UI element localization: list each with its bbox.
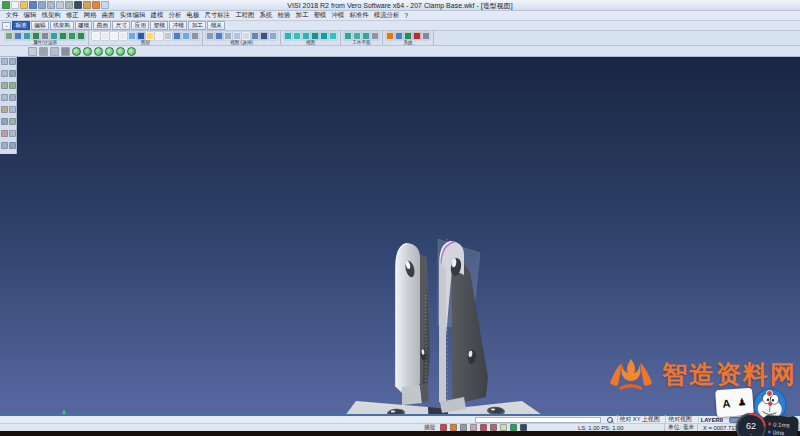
mirror-tool-icon[interactable] bbox=[9, 118, 16, 125]
toolbar-tab[interactable]: 应用 bbox=[131, 21, 149, 30]
toolbar-tab[interactable]: 建模 bbox=[75, 21, 93, 30]
collapse-toolbar-button[interactable]: - bbox=[2, 22, 11, 30]
dynamic-view-icon[interactable] bbox=[127, 47, 136, 56]
workplane-set-icon[interactable] bbox=[353, 32, 361, 40]
save-icon[interactable] bbox=[29, 1, 37, 9]
menu-item[interactable]: 塑模 bbox=[311, 11, 329, 20]
wireframe-view-icon[interactable] bbox=[50, 47, 59, 56]
menu-item[interactable]: 校验 bbox=[275, 11, 293, 20]
open-folder-icon[interactable] bbox=[20, 1, 28, 9]
preview-icon[interactable] bbox=[74, 1, 82, 9]
feature-icon[interactable] bbox=[490, 424, 497, 431]
curve-tool-icon[interactable] bbox=[1, 82, 8, 89]
shaded-view-icon[interactable] bbox=[28, 47, 37, 56]
menu-item[interactable]: ? bbox=[402, 12, 411, 19]
trim-tool-icon[interactable] bbox=[9, 94, 16, 101]
clock-icon[interactable] bbox=[510, 424, 517, 431]
solid-tool-icon[interactable] bbox=[1, 94, 8, 101]
view-dark-icon[interactable] bbox=[260, 32, 268, 40]
profile-icon[interactable] bbox=[470, 424, 477, 431]
attribute-icon[interactable] bbox=[5, 32, 13, 40]
toolbar-tab[interactable]: 加工 bbox=[188, 21, 206, 30]
top-view-icon[interactable] bbox=[83, 47, 92, 56]
layer-settings-icon[interactable] bbox=[191, 32, 199, 40]
surface-tool-icon[interactable] bbox=[9, 82, 16, 89]
info-tool-icon[interactable] bbox=[9, 130, 16, 137]
menu-item[interactable]: 实体编辑 bbox=[117, 11, 148, 20]
menu-item[interactable]: 标准件 bbox=[347, 11, 371, 20]
menu-item[interactable]: 编辑 bbox=[21, 11, 39, 20]
snap-grid-icon[interactable] bbox=[440, 424, 447, 431]
view-save-icon[interactable] bbox=[215, 32, 223, 40]
toolbar-tab[interactable]: 塑模 bbox=[150, 21, 168, 30]
arc-tool-icon[interactable] bbox=[9, 70, 16, 77]
layer-indicator[interactable]: LAYER0 bbox=[698, 417, 725, 423]
measure-tool-icon[interactable] bbox=[1, 106, 8, 113]
layer-gray-icon[interactable] bbox=[164, 32, 172, 40]
system-calc-icon[interactable] bbox=[404, 32, 412, 40]
circle-tool-icon[interactable] bbox=[1, 70, 8, 77]
toolbar-tab[interactable]: 冲模 bbox=[169, 21, 187, 30]
print-icon[interactable] bbox=[47, 1, 55, 9]
layer-page2-icon[interactable] bbox=[119, 32, 127, 40]
snap-tool-icon[interactable] bbox=[1, 142, 8, 149]
menu-item[interactable]: 曲面 bbox=[99, 11, 117, 20]
toolbar-tab[interactable]: 线架构 bbox=[50, 21, 74, 30]
text-tool-icon[interactable] bbox=[9, 106, 16, 113]
zoom-all-icon[interactable] bbox=[284, 32, 292, 40]
menu-item[interactable]: 分析 bbox=[166, 11, 184, 20]
system-settings-icon[interactable] bbox=[386, 32, 394, 40]
select-edge-icon[interactable] bbox=[41, 32, 49, 40]
layer-copy-icon[interactable] bbox=[101, 32, 109, 40]
layer-new-icon[interactable] bbox=[92, 32, 100, 40]
magnet-icon[interactable] bbox=[23, 32, 31, 40]
menu-item[interactable]: 电极 bbox=[184, 11, 202, 20]
menu-item[interactable]: 文件 bbox=[3, 11, 21, 20]
edit-pencil-icon[interactable] bbox=[460, 424, 467, 431]
view-stack-icon[interactable] bbox=[206, 32, 214, 40]
snap-point-icon[interactable] bbox=[450, 424, 457, 431]
zoom-out-icon[interactable] bbox=[329, 32, 337, 40]
workplane-icon[interactable] bbox=[344, 32, 352, 40]
layer-white-icon[interactable] bbox=[155, 32, 163, 40]
view-blank-icon[interactable] bbox=[242, 32, 250, 40]
delete-tool-icon[interactable] bbox=[1, 130, 8, 137]
select-face-icon[interactable] bbox=[32, 32, 40, 40]
system-stop-icon[interactable] bbox=[413, 32, 421, 40]
toolbar-tab[interactable]: 编辑 bbox=[31, 21, 49, 30]
copy-icon[interactable] bbox=[56, 1, 64, 9]
fps-monitor-button[interactable]: 62 ⌄ bbox=[736, 413, 766, 436]
layer-list-icon[interactable] bbox=[182, 32, 190, 40]
save-all-icon[interactable] bbox=[38, 1, 46, 9]
visi-logo-icon[interactable] bbox=[2, 1, 10, 9]
select-none-icon[interactable] bbox=[77, 32, 85, 40]
iso-view-icon[interactable] bbox=[72, 47, 81, 56]
menu-item[interactable]: 系统 bbox=[257, 11, 275, 20]
command-input[interactable] bbox=[475, 417, 601, 423]
hidden-line-view-icon[interactable] bbox=[61, 47, 70, 56]
new-file-icon[interactable] bbox=[11, 1, 19, 9]
back-view-icon[interactable] bbox=[116, 47, 125, 56]
side-view-icon[interactable] bbox=[105, 47, 114, 56]
toolbar-tab[interactable]: 曲面 bbox=[93, 21, 111, 30]
zoom-window-icon[interactable] bbox=[293, 32, 301, 40]
toolbar-tab[interactable]: 标准 bbox=[12, 21, 30, 30]
undo-icon[interactable] bbox=[83, 1, 91, 9]
system-info-icon[interactable] bbox=[395, 32, 403, 40]
filter-icon[interactable] bbox=[14, 32, 22, 40]
view-shade-icon[interactable] bbox=[251, 32, 259, 40]
layer-blue-icon[interactable] bbox=[128, 32, 136, 40]
layer-yellow-icon[interactable] bbox=[146, 32, 154, 40]
search-icon[interactable] bbox=[607, 417, 613, 423]
toolbar-tab[interactable]: 尺寸 bbox=[112, 21, 130, 30]
menu-item[interactable]: 修正 bbox=[63, 11, 81, 20]
view-restore-icon[interactable] bbox=[224, 32, 232, 40]
transport-icon[interactable] bbox=[480, 424, 487, 431]
move-tool-icon[interactable] bbox=[1, 118, 8, 125]
menu-item[interactable]: 工程图 bbox=[233, 11, 257, 20]
note-icon[interactable] bbox=[500, 424, 507, 431]
brush-icon[interactable] bbox=[92, 1, 100, 9]
select-solid-icon[interactable] bbox=[50, 32, 58, 40]
select-wire-icon[interactable] bbox=[59, 32, 67, 40]
shaded-edges-view-icon[interactable] bbox=[39, 47, 48, 56]
